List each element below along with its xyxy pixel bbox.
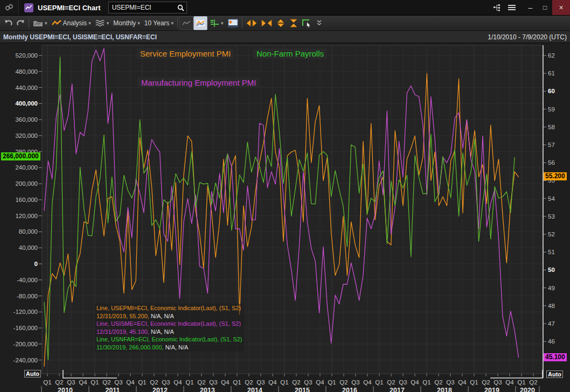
auto-scale-right-button[interactable]: Auto xyxy=(546,370,563,378)
undo-button[interactable] xyxy=(2,17,15,30)
axis-tick-label: 52 xyxy=(548,231,555,237)
axis-tick-label: 59 xyxy=(548,106,555,113)
axis-tick-label: Q3 xyxy=(67,379,75,386)
layout-tree-button[interactable] xyxy=(490,0,504,15)
redo-button[interactable] xyxy=(15,17,27,30)
add-panel-button[interactable] xyxy=(226,17,240,30)
axis-tick-label: Q1 xyxy=(233,379,241,386)
analysis-menu[interactable]: Analysis ▾ xyxy=(50,17,93,30)
last-value-badge-service: 55.200 xyxy=(544,172,567,180)
legend-label: Service Employment PMI xyxy=(140,49,231,58)
axis-tick-label: 50 xyxy=(548,267,555,273)
undo-icon xyxy=(4,19,12,27)
axis-tick-label: Q1 xyxy=(43,379,51,386)
caret-down-icon: ▾ xyxy=(107,20,109,26)
open-chart-button[interactable]: ▾ xyxy=(31,17,50,30)
symbol-search-input[interactable] xyxy=(111,3,177,12)
axis-tick-label: 62 xyxy=(548,52,555,59)
axis-tick-label: Q2 xyxy=(55,379,63,386)
title-bar: USEPMI=ECI Chart – □ × xyxy=(0,0,570,16)
range-label: 10 Years xyxy=(144,19,170,27)
chart-header: Monthly USEPMI=ECI, USISME=ECI, USNFAR=E… xyxy=(0,31,570,43)
axis-settings-button[interactable]: ▾ xyxy=(207,17,226,30)
channel-link-button[interactable] xyxy=(0,0,19,15)
plot-canvas[interactable]: 520,000480,000440,000400,000360,000320,0… xyxy=(0,43,570,392)
expand-horizontal-icon xyxy=(246,19,257,27)
chart-toolbar: ▾ Analysis ▾ ▾ Monthly ▾ 10 Years ▾ xyxy=(0,16,570,31)
expand-vertical-icon xyxy=(276,19,285,27)
axis-tick-label: Q4 xyxy=(126,379,135,386)
close-button[interactable]: × xyxy=(552,0,570,15)
axis-tick-label: 520,000 xyxy=(15,52,38,59)
axis-tick-label: 80,000 xyxy=(19,228,38,235)
axis-tick-label: Q2 xyxy=(387,379,395,386)
axis-tick-label: Q4 xyxy=(316,379,324,386)
axis-tick-label: 240,000 xyxy=(15,164,38,171)
search-icon[interactable] xyxy=(177,4,184,11)
caret-down-icon: ▾ xyxy=(45,20,47,26)
axis-tick-label: Q3 xyxy=(304,379,312,386)
legend-label: Non-Farm Payrolls xyxy=(256,49,324,58)
axis-tick-label: Q2 xyxy=(245,379,253,386)
axis-tick-label: Q4 xyxy=(458,379,467,386)
axis-tick-label: Q1 xyxy=(185,379,193,386)
axis-tick-label: 2019 xyxy=(484,387,499,392)
annotation-last-point: 12/31/2019, 55.200, N/A, N/A xyxy=(96,312,242,320)
axis-tick-label: 60 xyxy=(548,88,555,94)
axis-tick-label: 2014 xyxy=(247,387,262,392)
axis-tick-label: Q1 xyxy=(517,379,525,386)
smoothing-menu[interactable]: ▾ xyxy=(93,17,112,30)
axis-tick-label: Q1 xyxy=(375,379,383,386)
tree-icon xyxy=(493,4,501,11)
axis-tick-label: 2010 xyxy=(58,387,73,392)
axis-tick-label: Q1 xyxy=(138,379,146,386)
axis-tick-label: Q4 xyxy=(411,379,419,386)
auto-scale-left-button[interactable]: Auto xyxy=(24,370,41,377)
menu-button[interactable] xyxy=(504,0,519,15)
chart-app-icon xyxy=(24,3,33,12)
axis-tick-label: Q2 xyxy=(339,379,347,386)
legend-nonfarm-payrolls[interactable]: Non-Farm Payrolls xyxy=(253,48,327,59)
chain-link-icon xyxy=(5,4,13,11)
axis-tick-label: 2016 xyxy=(342,387,357,392)
caret-down-icon: ▾ xyxy=(88,20,91,26)
annotation-last-point: 11/30/2019, 266,000.000, N/A, N/A xyxy=(96,344,242,352)
legend-manufacturing-pmi[interactable]: Manufacturing Employment PMI xyxy=(138,78,259,88)
minimize-button[interactable]: – xyxy=(523,0,538,15)
caret-down-icon: ▾ xyxy=(171,20,174,26)
axis-tick-label: 57 xyxy=(548,142,555,148)
chart-style-button-disabled xyxy=(179,16,193,30)
range-menu[interactable]: 10 Years ▾ xyxy=(142,17,176,30)
axis-tick-label: Q3 xyxy=(399,379,407,386)
axis-tick-label: 2017 xyxy=(390,387,405,392)
axis-tick-label: 2020 xyxy=(520,387,535,392)
axis-tick-label: 160,000 xyxy=(15,197,38,203)
waves-icon xyxy=(95,19,105,27)
more-tools-button[interactable] xyxy=(314,17,324,30)
analysis-icon xyxy=(52,20,61,26)
expand-horizontal-button[interactable] xyxy=(244,17,259,30)
colored-chart-icon xyxy=(196,20,205,26)
collapse-vertical-button[interactable] xyxy=(287,17,300,30)
interval-menu[interactable]: Monthly ▾ xyxy=(111,17,142,30)
axis-tick-label: Q2 xyxy=(292,379,300,386)
axis-tick-label: 360,000 xyxy=(15,116,38,123)
expand-vertical-button[interactable] xyxy=(274,17,287,30)
axis-tick-label: 200,000 xyxy=(15,180,38,187)
axis-tick-label: 400,000 xyxy=(15,100,38,107)
maximize-button[interactable]: □ xyxy=(538,0,552,15)
collapse-vertical-icon xyxy=(289,19,298,27)
legend-service-pmi[interactable]: Service Employment PMI xyxy=(137,48,234,59)
chart-area[interactable]: 520,000480,000440,000400,000360,000320,0… xyxy=(0,43,570,392)
line-chart-icon xyxy=(182,20,191,26)
series-annotation-block[interactable]: Line, USEPMI=ECI, Economic Indicator(Las… xyxy=(95,304,244,352)
axis-tick-label: 54 xyxy=(548,195,555,202)
double-chevron-down-icon xyxy=(316,20,322,26)
zoom-select-button[interactable] xyxy=(300,17,314,30)
app-window: USEPMI=ECI Chart – □ × xyxy=(0,0,570,392)
axis-tick-label: 46 xyxy=(548,338,555,345)
collapse-horizontal-button[interactable] xyxy=(259,17,274,30)
axis-tick-label: Q1 xyxy=(470,379,478,386)
chart-template-button[interactable] xyxy=(193,16,207,30)
symbol-search-box[interactable] xyxy=(108,2,187,13)
